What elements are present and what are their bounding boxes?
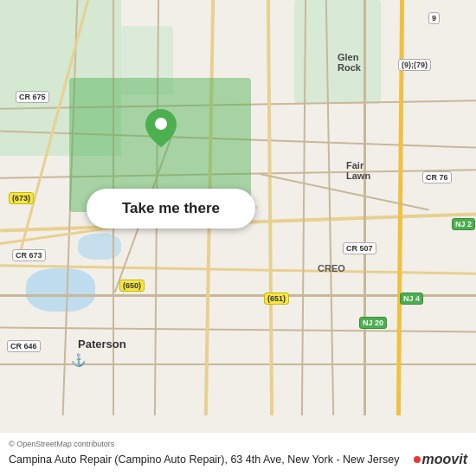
label-fair-lawn: FairLawn xyxy=(346,160,370,181)
location-info: Campina Auto Repair (Campino Auto Repair… xyxy=(9,452,467,467)
moovit-logo: moovit xyxy=(414,452,467,467)
badge-cr675: CR 675 xyxy=(16,91,49,103)
bottom-bar: © OpenStreetMap contributors Campina Aut… xyxy=(0,433,476,476)
map-background: GlenRock FairLawn Paterson ⚓ CREO CR 675… xyxy=(0,0,476,476)
label-creo: CREO xyxy=(318,263,345,273)
paterson-icon: ⚓ xyxy=(71,353,86,367)
badge-nj20: NJ 20 xyxy=(359,317,387,329)
take-me-there-button[interactable]: Take me there xyxy=(87,189,255,228)
label-paterson: Paterson xyxy=(78,338,126,351)
badge-673: (673) xyxy=(9,192,34,204)
location-pin xyxy=(145,113,177,144)
moovit-text: moovit xyxy=(422,452,467,467)
badge-cr646: CR 646 xyxy=(7,340,41,352)
badge-9: 9 xyxy=(428,12,440,24)
badge-650: (650) xyxy=(119,280,145,292)
badge-cr673: CR 673 xyxy=(12,249,46,261)
label-glen-rock: GlenRock xyxy=(338,52,361,73)
badge-nj2: NJ 2 xyxy=(452,218,475,230)
map-container: GlenRock FairLawn Paterson ⚓ CREO CR 675… xyxy=(0,0,476,476)
badge-nj4: NJ 4 xyxy=(400,293,423,305)
svg-point-0 xyxy=(155,118,167,130)
location-name: Campina Auto Repair (Campino Auto Repair… xyxy=(9,453,414,466)
osm-credit: © OpenStreetMap contributors xyxy=(9,440,467,448)
badge-651: (651) xyxy=(264,293,289,305)
badge-cr507: CR 507 xyxy=(343,242,376,254)
badge-cr76: CR 76 xyxy=(422,171,452,183)
badge-9-79: (9);(79) xyxy=(398,59,431,71)
moovit-dot xyxy=(414,456,421,463)
